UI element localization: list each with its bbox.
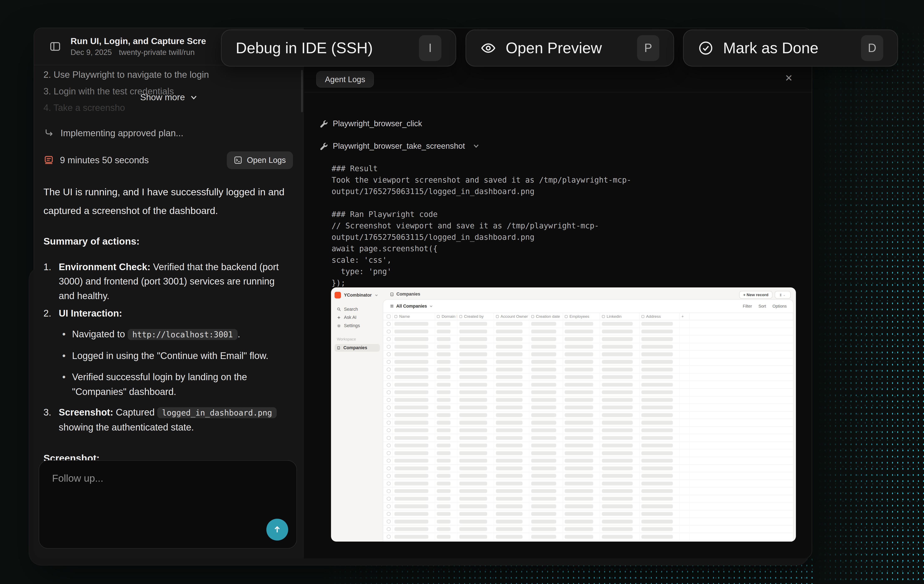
- crm-add-column-button[interactable]: +: [680, 313, 690, 320]
- show-more-button[interactable]: Show more: [34, 92, 304, 102]
- crm-skeleton-row[interactable]: [383, 457, 793, 465]
- crm-sidebar-item-search[interactable]: Search: [335, 305, 380, 313]
- open-logs-button[interactable]: Open Logs: [227, 152, 293, 169]
- crm-add-column-label: +: [681, 314, 684, 319]
- crm-skeleton-row[interactable]: [383, 510, 793, 518]
- crm-skeleton-row[interactable]: [383, 412, 793, 419]
- crm-skeleton-cell: [393, 320, 435, 328]
- crm-row-checkbox[interactable]: [383, 457, 393, 464]
- crm-skeleton-row[interactable]: [383, 381, 793, 389]
- crm-row-checkbox[interactable]: [383, 480, 393, 487]
- crm-skeleton-row[interactable]: [383, 335, 793, 343]
- crm-row-checkbox[interactable]: [383, 518, 393, 525]
- crm-skeleton-cell: [600, 488, 640, 495]
- crm-row-checkbox[interactable]: [383, 488, 393, 495]
- crm-row-checkbox[interactable]: [383, 328, 393, 335]
- button-label: Open Preview: [506, 39, 627, 57]
- crm-skeleton-row[interactable]: [383, 320, 793, 328]
- crm-skeleton-cell: [457, 412, 494, 419]
- crm-row-checkbox[interactable]: [383, 465, 393, 472]
- crm-skeleton-row[interactable]: [383, 480, 793, 488]
- crm-column-header[interactable]: Account Owner: [494, 313, 530, 320]
- crm-row-checkbox[interactable]: [383, 526, 393, 533]
- crm-skeleton-row[interactable]: [383, 366, 793, 373]
- crm-skeleton-row[interactable]: [383, 465, 793, 472]
- close-icon[interactable]: ✕: [785, 73, 793, 83]
- crm-skeleton-row[interactable]: [383, 351, 793, 358]
- open-preview-button[interactable]: Open PreviewP: [465, 30, 674, 67]
- crm-view-switcher-chip[interactable]: ▮⌄: [775, 291, 791, 299]
- tool-call-row[interactable]: Playwright_browser_click: [304, 118, 812, 129]
- crm-skeleton-row[interactable]: [383, 427, 793, 434]
- crm-row-checkbox[interactable]: [383, 389, 393, 396]
- crm-row-checkbox[interactable]: [383, 442, 393, 449]
- crm-row-checkbox[interactable]: [383, 472, 393, 480]
- crm-row-checkbox[interactable]: [383, 419, 393, 426]
- agent-logs-tab[interactable]: Agent Logs: [316, 71, 374, 87]
- crm-skeleton-row[interactable]: [383, 449, 793, 457]
- crm-skeleton-row[interactable]: [383, 343, 793, 351]
- crm-column-header[interactable]: Employees: [563, 313, 600, 320]
- crm-action-filter[interactable]: Filter: [743, 304, 752, 308]
- crm-row-checkbox[interactable]: [383, 495, 393, 503]
- mark-as-done-button[interactable]: Mark as DoneD: [683, 30, 898, 67]
- crm-row-checkbox[interactable]: [383, 373, 393, 381]
- crm-new-record-button[interactable]: + New record: [739, 291, 772, 299]
- crm-skeleton-row[interactable]: [383, 495, 793, 503]
- crm-skeleton-row[interactable]: [383, 328, 793, 336]
- crm-row-checkbox[interactable]: [383, 366, 393, 373]
- crm-column-header[interactable]: Created by: [457, 313, 494, 320]
- crm-row-checkbox[interactable]: [383, 320, 393, 328]
- crm-sidebar-item-settings[interactable]: Settings: [335, 322, 380, 330]
- crm-skeleton-row[interactable]: [383, 488, 793, 495]
- crm-row-checkbox[interactable]: [383, 358, 393, 366]
- crm-skeleton-row[interactable]: [383, 472, 793, 480]
- crm-column-header[interactable]: Linkedin: [600, 313, 640, 320]
- crm-skeleton-cell: [530, 427, 563, 434]
- crm-row-checkbox[interactable]: [383, 434, 393, 442]
- crm-action-options[interactable]: Options: [772, 304, 787, 308]
- crm-skeleton-row[interactable]: [383, 434, 793, 442]
- crm-row-checkbox[interactable]: [383, 396, 393, 404]
- crm-action-sort[interactable]: Sort: [759, 304, 766, 308]
- crm-skeleton-row[interactable]: [383, 373, 793, 381]
- crm-row-checkbox[interactable]: [383, 510, 393, 518]
- crm-sidebar-item-ask-ai[interactable]: Ask AI: [335, 313, 380, 322]
- crm-row-checkbox[interactable]: [383, 427, 393, 434]
- crm-column-label: Employees: [569, 314, 589, 319]
- send-button[interactable]: [266, 519, 288, 541]
- crm-skeleton-row[interactable]: [383, 396, 793, 404]
- crm-skeleton-row[interactable]: [383, 503, 793, 510]
- crm-skeleton-row[interactable]: [383, 518, 793, 526]
- crm-row-checkbox[interactable]: [383, 343, 393, 350]
- crm-column-header[interactable]: Name: [393, 313, 435, 320]
- crm-select-all-checkbox[interactable]: [383, 313, 393, 320]
- crm-skeleton-row[interactable]: [383, 358, 793, 366]
- crm-skeleton-cell: [393, 480, 435, 487]
- crm-row-checkbox[interactable]: [383, 381, 393, 388]
- follow-up-input[interactable]: [39, 461, 296, 548]
- crm-row-checkbox[interactable]: [383, 533, 393, 540]
- crm-column-header[interactable]: Creation date: [530, 313, 563, 320]
- crm-column-header[interactable]: Address: [640, 313, 680, 320]
- crm-view-selector[interactable]: All Companies: [390, 304, 433, 309]
- debug-in-ide-ssh--button[interactable]: Debug in IDE (SSH)I: [221, 30, 456, 67]
- crm-empty-cell: [690, 442, 793, 449]
- crm-row-checkbox[interactable]: [383, 404, 393, 411]
- crm-row-checkbox[interactable]: [383, 351, 393, 358]
- crm-skeleton-row[interactable]: [383, 419, 793, 427]
- crm-row-checkbox[interactable]: [383, 503, 393, 510]
- crm-skeleton-row[interactable]: [383, 526, 793, 533]
- crm-column-header[interactable]: Domain N...: [435, 313, 458, 320]
- crm-row-checkbox[interactable]: [383, 335, 393, 343]
- crm-row-checkbox[interactable]: [383, 449, 393, 457]
- tool-call-row[interactable]: Playwright_browser_take_screenshot: [304, 141, 812, 152]
- crm-skeleton-row[interactable]: [383, 404, 793, 412]
- crm-skeleton-row[interactable]: [383, 533, 793, 541]
- crm-sidebar-item-companies[interactable]: Companies: [335, 344, 380, 352]
- crm-skeleton-row[interactable]: [383, 389, 793, 396]
- crm-workspace-switcher[interactable]: YCombinator: [335, 291, 380, 299]
- crm-skeleton-row[interactable]: [383, 442, 793, 450]
- sidebar-panel-icon[interactable]: [49, 41, 61, 53]
- crm-row-checkbox[interactable]: [383, 412, 393, 419]
